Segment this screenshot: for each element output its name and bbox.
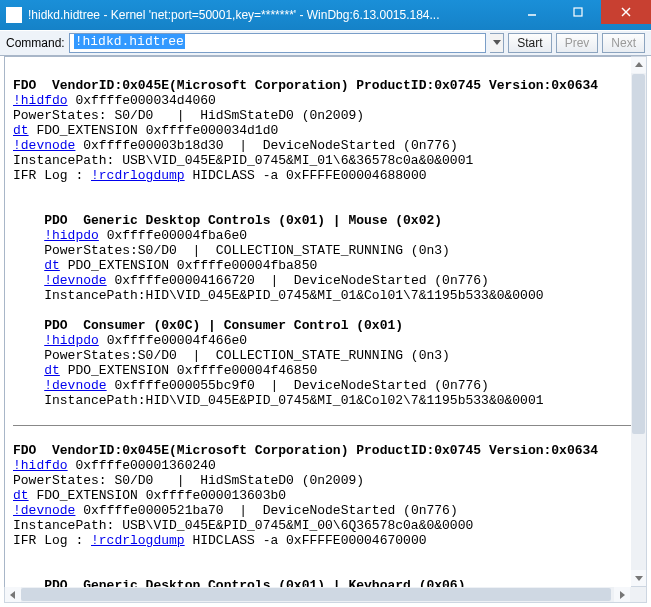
- resize-grip[interactable]: [630, 587, 646, 602]
- titlebar: !hidkd.hidtree - Kernel 'net:port=50001,…: [0, 0, 651, 30]
- dt-link[interactable]: dt: [13, 488, 29, 503]
- scroll-up-icon[interactable]: [631, 57, 646, 73]
- scroll-thumb[interactable]: [21, 588, 611, 601]
- scroll-thumb[interactable]: [632, 74, 645, 434]
- power-states: PowerStates:S0/D0 | COLLECTION_STATE_RUN…: [13, 243, 450, 258]
- close-button[interactable]: [601, 0, 651, 24]
- window-title: !hidkd.hidtree - Kernel 'net:port=50001,…: [28, 8, 509, 22]
- separator: [13, 425, 638, 426]
- command-label: Command:: [6, 36, 65, 50]
- devnode-link[interactable]: !devnode: [13, 138, 75, 153]
- maximize-button[interactable]: [555, 0, 601, 24]
- rcdrlogdump-link[interactable]: !rcdrlogdump: [91, 533, 185, 548]
- svg-rect-1: [574, 8, 582, 16]
- start-button[interactable]: Start: [508, 33, 551, 53]
- hidfdo-link[interactable]: !hidfdo: [13, 93, 68, 108]
- power-states: PowerStates: S0/D0 | HidSmStateD0 (0n200…: [13, 108, 364, 123]
- output-pane[interactable]: FDO VendorID:0x045E(Microsoft Corporatio…: [4, 56, 647, 603]
- rcdrlogdump-link[interactable]: !rcdrlogdump: [91, 168, 185, 183]
- command-toolbar: Command: !hidkd.hidtree Start Prev Next: [0, 30, 651, 56]
- dt-link[interactable]: dt: [44, 363, 60, 378]
- hidpdo-link[interactable]: !hidpdo: [44, 228, 99, 243]
- hidfdo-link[interactable]: !hidfdo: [13, 458, 68, 473]
- scroll-left-icon[interactable]: [5, 587, 21, 602]
- scroll-right-icon[interactable]: [614, 587, 630, 602]
- power-states: PowerStates: S0/D0 | HidSmStateD0 (0n200…: [13, 473, 364, 488]
- instance-path: InstancePath:HID\VID_045E&PID_0745&MI_01…: [13, 393, 544, 408]
- dt-link[interactable]: dt: [44, 258, 60, 273]
- devnode-link[interactable]: !devnode: [13, 503, 75, 518]
- command-input[interactable]: !hidkd.hidtree: [69, 33, 487, 53]
- horizontal-scrollbar[interactable]: [4, 587, 647, 603]
- devnode-link[interactable]: !devnode: [44, 378, 106, 393]
- next-button[interactable]: Next: [602, 33, 645, 53]
- instance-path: InstancePath: USB\VID_045E&PID_0745&MI_0…: [13, 153, 473, 168]
- power-states: PowerStates:S0/D0 | COLLECTION_STATE_RUN…: [13, 348, 450, 363]
- fdo-header: FDO VendorID:0x045E(Microsoft Corporatio…: [13, 443, 598, 458]
- window-buttons: [509, 0, 651, 30]
- hidpdo-link[interactable]: !hidpdo: [44, 333, 99, 348]
- instance-path: InstancePath: USB\VID_045E&PID_0745&MI_0…: [13, 518, 473, 533]
- minimize-button[interactable]: [509, 0, 555, 24]
- dt-link[interactable]: dt: [13, 123, 29, 138]
- scroll-down-icon[interactable]: [631, 570, 646, 586]
- fdo-header: FDO VendorID:0x045E(Microsoft Corporatio…: [13, 78, 598, 93]
- devnode-link[interactable]: !devnode: [44, 273, 106, 288]
- vertical-scrollbar[interactable]: [631, 56, 647, 587]
- pdo-header: PDO Consumer (0x0C) | Consumer Control (…: [13, 318, 403, 333]
- pdo-header: PDO Generic Desktop Controls (0x01) | Mo…: [13, 213, 442, 228]
- windbg-icon: [6, 7, 22, 23]
- instance-path: InstancePath:HID\VID_045E&PID_0745&MI_01…: [13, 288, 544, 303]
- command-dropdown-icon[interactable]: [490, 33, 504, 53]
- prev-button[interactable]: Prev: [556, 33, 599, 53]
